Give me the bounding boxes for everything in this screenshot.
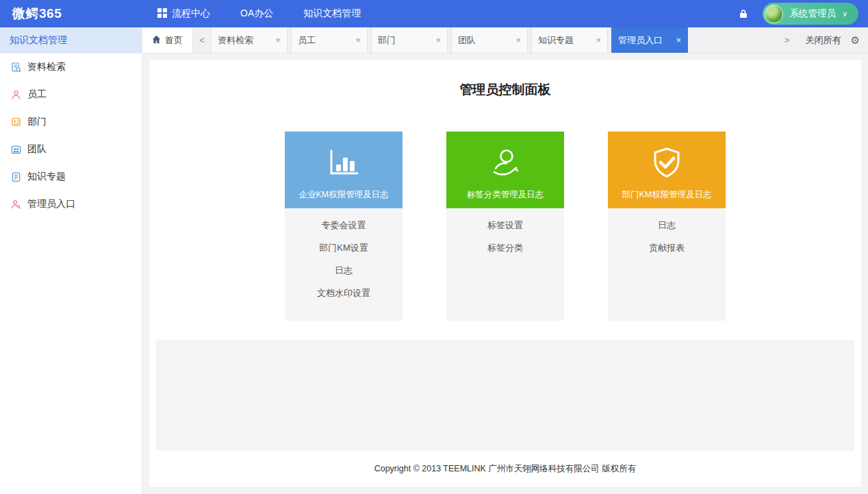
tab-label: 知识专题 xyxy=(538,34,574,47)
link-committee-settings[interactable]: 专委会设置 xyxy=(322,219,366,232)
panel-links: 标签设置 标签分类 xyxy=(446,208,564,321)
sidebar-item-department[interactable]: 部门 xyxy=(0,108,142,136)
lock-icon[interactable] xyxy=(739,9,748,18)
department-badge-icon xyxy=(11,117,21,127)
person-tag-icon xyxy=(487,132,523,189)
sidebar-item-label: 团队 xyxy=(27,143,47,156)
copyright-footer: Copyright © 2013 TEEMLINK 广州市天翎网络科技有限公司 … xyxy=(149,451,861,487)
sidebar-module-title[interactable]: 知识文档管理 xyxy=(0,27,142,53)
tab-label: 部门 xyxy=(378,34,396,47)
nav-label: 知识文档管理 xyxy=(303,8,361,20)
sidebar-item-knowledge-topic[interactable]: 知识专题 xyxy=(0,163,142,190)
tabbar-right: > 关闭所有 ⚙ xyxy=(778,27,868,53)
sidebar-item-label: 资料检索 xyxy=(27,61,66,73)
sidebar-item-label: 部门 xyxy=(27,116,47,128)
tab-scroll-right-icon[interactable]: > xyxy=(778,35,796,45)
gear-icon[interactable]: ⚙ xyxy=(851,34,860,47)
panel-title: 部门KM权限管理及日志 xyxy=(622,189,711,208)
nav-label: 流程中心 xyxy=(172,8,210,20)
link-logs[interactable]: 日志 xyxy=(335,264,353,277)
sidebar-item-label: 知识专题 xyxy=(27,171,66,183)
panel-links: 日志 贡献报表 xyxy=(608,208,726,321)
app-logo: 微鳄365 xyxy=(0,5,142,23)
grid-icon xyxy=(157,8,167,20)
tab-employee[interactable]: 员工 × xyxy=(291,27,368,53)
nav-label: OA办公 xyxy=(240,8,273,20)
tab-team[interactable]: 团队 × xyxy=(451,27,528,53)
tab-label: 员工 xyxy=(298,34,316,47)
close-tab-icon[interactable]: × xyxy=(515,36,521,45)
panel-title: 企业KM权限管理及日志 xyxy=(298,189,388,208)
tab-label: 资料检索 xyxy=(218,34,253,47)
nav-item-oa-office[interactable]: OA办公 xyxy=(225,0,288,27)
empty-panel xyxy=(156,340,854,451)
admin-person-key-icon xyxy=(11,199,21,210)
sidebar-item-label: 员工 xyxy=(27,88,47,101)
tab-label: 团队 xyxy=(458,34,476,47)
sidebar-item-label: 管理员入口 xyxy=(27,198,75,210)
nav-item-knowledge-docs[interactable]: 知识文档管理 xyxy=(288,0,376,27)
panel-links: 专委会设置 部门KM设置 日志 文档水印设置 xyxy=(285,208,403,321)
app-window: 微鳄365 流程中心 OA办公 知识文档管理 系统管理员 ∨ xyxy=(0,0,868,494)
link-tag-category[interactable]: 标签分类 xyxy=(487,241,523,255)
body-row: 知识文档管理 资料检索 员工 部门 xyxy=(0,27,868,494)
open-tabs: 资料检索 × 员工 × 部门 × 团队 × xyxy=(211,27,691,53)
shield-check-icon xyxy=(650,132,683,189)
tab-home[interactable]: 首页 xyxy=(142,27,193,53)
close-tab-icon[interactable]: × xyxy=(435,36,441,45)
sidebar-item-employee[interactable]: 员工 xyxy=(0,81,142,108)
close-tab-icon[interactable]: × xyxy=(596,36,601,45)
person-icon xyxy=(11,90,21,100)
link-logs[interactable]: 日志 xyxy=(658,219,676,232)
avatar xyxy=(765,5,783,23)
link-contribution-report[interactable]: 贡献报表 xyxy=(649,241,685,255)
panel-row: 企业KM权限管理及日志 专委会设置 部门KM设置 日志 文档水印设置 xyxy=(149,132,861,321)
panel-department-km: 部门KM权限管理及日志 日志 贡献报表 xyxy=(608,132,726,321)
tab-department[interactable]: 部门 × xyxy=(371,27,448,53)
tab-label: 管理员入口 xyxy=(618,34,663,47)
tab-admin-entry[interactable]: 管理员入口 × xyxy=(611,27,688,53)
sidebar-item-data-search[interactable]: 资料检索 xyxy=(0,53,142,81)
link-document-watermark-settings[interactable]: 文档水印设置 xyxy=(317,286,370,300)
team-icon xyxy=(11,145,21,155)
panel-enterprise-km: 企业KM权限管理及日志 专委会设置 部门KM设置 日志 文档水印设置 xyxy=(285,132,403,321)
panel-tag-category-header[interactable]: 标签分类管理及日志 xyxy=(446,132,564,208)
tab-data-search[interactable]: 资料检索 × xyxy=(211,27,288,53)
content-area: 管理员控制面板 企业KM权限管理及日志 专委会设置 xyxy=(142,53,868,494)
panel-department-km-header[interactable]: 部门KM权限管理及日志 xyxy=(608,132,726,208)
sidebar-item-team[interactable]: 团队 xyxy=(0,136,142,163)
tab-bar: 首页 < 资料检索 × 员工 × 部门 × xyxy=(142,27,868,53)
nav-item-process-center[interactable]: 流程中心 xyxy=(142,0,225,27)
close-tab-icon[interactable]: × xyxy=(676,36,681,45)
link-department-km-settings[interactable]: 部门KM设置 xyxy=(319,241,368,255)
panel-title: 标签分类管理及日志 xyxy=(467,189,544,208)
chevron-down-icon: ∨ xyxy=(842,10,847,18)
panel-enterprise-km-header[interactable]: 企业KM权限管理及日志 xyxy=(285,132,403,208)
document-icon xyxy=(11,172,21,182)
close-all-tabs-button[interactable]: 关闭所有 xyxy=(806,34,841,47)
sidebar-item-admin-entry[interactable]: 管理员入口 xyxy=(0,190,142,218)
user-name: 系统管理员 xyxy=(789,8,836,20)
close-tab-icon[interactable]: × xyxy=(275,36,281,45)
sidebar: 知识文档管理 资料检索 员工 部门 xyxy=(0,27,142,494)
bar-chart-icon xyxy=(327,132,361,189)
top-nav: 流程中心 OA办公 知识文档管理 xyxy=(142,0,376,27)
panel-tag-category: 标签分类管理及日志 标签设置 标签分类 xyxy=(446,132,564,321)
topbar-right: 系统管理员 ∨ xyxy=(739,3,868,25)
close-tab-icon[interactable]: × xyxy=(355,36,361,45)
tab-home-label: 首页 xyxy=(165,34,183,47)
top-bar: 微鳄365 流程中心 OA办公 知识文档管理 系统管理员 ∨ xyxy=(0,0,868,27)
link-tag-settings[interactable]: 标签设置 xyxy=(487,219,523,232)
user-menu[interactable]: 系统管理员 ∨ xyxy=(763,3,858,25)
tab-scroll-left-icon[interactable]: < xyxy=(193,27,211,53)
page-title: 管理员控制面板 xyxy=(149,81,861,99)
home-icon xyxy=(152,35,161,46)
document-search-icon xyxy=(11,62,21,73)
main-column: 首页 < 资料检索 × 员工 × 部门 × xyxy=(142,27,868,494)
admin-panel-card: 管理员控制面板 企业KM权限管理及日志 专委会设置 xyxy=(149,60,861,487)
tab-knowledge-topic[interactable]: 知识专题 × xyxy=(531,27,608,53)
